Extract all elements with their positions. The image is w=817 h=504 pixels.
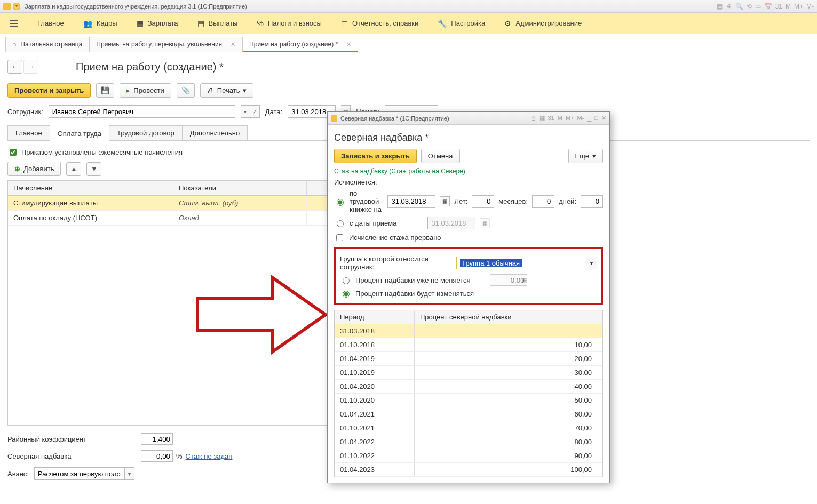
- employee-open-icon[interactable]: ↗: [250, 105, 260, 118]
- mgrid-row[interactable]: 01.04.202040,00: [335, 380, 602, 394]
- mgrid-row[interactable]: 01.04.201920,00: [335, 352, 602, 366]
- nav-back-button[interactable]: ←: [7, 60, 22, 74]
- tb-icon-print[interactable]: 🖨: [726, 3, 732, 10]
- tb-icon-refresh[interactable]: ⟲: [747, 3, 752, 10]
- avans-input[interactable]: [34, 467, 125, 480]
- add-button[interactable]: ⊕ Добавить: [7, 162, 61, 176]
- mgrid-cell-percent: [415, 324, 602, 338]
- mgrid-row[interactable]: 01.04.202280,00: [335, 435, 602, 449]
- tb-icon-date[interactable]: 31: [775, 3, 782, 10]
- subtab-main[interactable]: Главное: [7, 125, 50, 140]
- radio-trudovaya[interactable]: [337, 199, 344, 206]
- radio-pct-fixed[interactable]: [343, 277, 350, 284]
- radio-pct-changing[interactable]: [343, 291, 350, 298]
- avans-dropdown-icon[interactable]: ▾: [125, 467, 134, 480]
- tab-home[interactable]: ⌂Начальная страница: [5, 37, 89, 52]
- dlg-icon-close[interactable]: ✕: [601, 115, 606, 122]
- tab-close-icon[interactable]: ✕: [346, 41, 351, 48]
- grid-cell: Стимулирующие выплаты: [8, 196, 173, 210]
- dialog-titlebar: Северная надбавка * (1С:Предприятие) 🖨 ▦…: [328, 112, 609, 125]
- order-checkbox[interactable]: [10, 149, 17, 156]
- subtab-dogovor[interactable]: Трудовой договор: [109, 125, 183, 140]
- more-button[interactable]: Еще ▾: [568, 149, 603, 163]
- dlg-icon-print[interactable]: 🖨: [530, 115, 536, 122]
- post-and-close-button[interactable]: Провести и закрыть: [7, 83, 91, 98]
- mgrid-row[interactable]: 01.04.202160,00: [335, 407, 602, 421]
- mgrid-cell-percent: 50,00: [415, 394, 602, 407]
- dlg-icon-cal[interactable]: ▦: [540, 115, 545, 122]
- group-select[interactable]: Группа 1 обычная: [456, 257, 583, 269]
- mgrid-cell-percent: 80,00: [415, 435, 602, 449]
- employee-dropdown-icon[interactable]: ▾: [241, 105, 250, 118]
- attach-button[interactable]: 📎: [177, 83, 195, 98]
- highlighted-section: Группа к которой относится сотрудник: Гр…: [334, 247, 603, 305]
- dlg-icon-mminus[interactable]: M-: [577, 115, 584, 122]
- nav-forward-button[interactable]: →: [23, 60, 38, 74]
- menu-otchet[interactable]: ▥Отчетность, справки: [331, 13, 428, 34]
- tab-priemy[interactable]: Приемы на работу, переводы, увольнения✕: [89, 37, 242, 52]
- tb-icon-mminus[interactable]: M-: [806, 3, 814, 10]
- app-icon: [3, 3, 11, 10]
- employee-input[interactable]: [49, 105, 235, 118]
- mgrid-cell-percent: 40,00: [415, 380, 602, 393]
- subtab-dop[interactable]: Дополнительно: [182, 125, 248, 140]
- dlg-icon-min[interactable]: ▁: [587, 115, 591, 122]
- menu-main[interactable]: Главное: [28, 13, 74, 34]
- dlg-icon-max[interactable]: □: [594, 115, 598, 122]
- subtab-oplata[interactable]: Оплата труда: [50, 126, 109, 141]
- stazh-green-link[interactable]: Стаж на надбавку (Стаж работы на Севере): [334, 167, 603, 175]
- dlg-icon-m[interactable]: M: [558, 115, 562, 122]
- stazh-link[interactable]: Стаж не задан: [186, 452, 233, 460]
- rk-input[interactable]: [141, 433, 173, 445]
- tab-close-icon[interactable]: ✕: [231, 41, 235, 48]
- mgrid-row[interactable]: 01.10.202050,00: [335, 394, 602, 407]
- menu-vyplaty[interactable]: ▤Выплаты: [188, 13, 248, 34]
- tb-icon-calc[interactable]: ▭: [755, 3, 761, 10]
- tab-priem-create[interactable]: Прием на работу (создание) *✕: [242, 37, 358, 52]
- move-up-button[interactable]: ▲: [66, 162, 81, 176]
- print-button[interactable]: 🖨 Печать ▾: [200, 83, 254, 98]
- tb-icon-mplus[interactable]: M+: [794, 3, 803, 10]
- radio-pct-fixed-label: Процент надбавки уже не меняется: [355, 276, 471, 284]
- pct-calc-icon: ▦: [522, 277, 527, 284]
- interrupt-checkbox[interactable]: [336, 234, 343, 241]
- group-select-value: Группа 1 обычная: [460, 259, 522, 267]
- mgrid-cell-percent: 70,00: [415, 421, 602, 435]
- cancel-button[interactable]: Отмена: [421, 149, 460, 163]
- add-button-label: Добавить: [23, 165, 54, 173]
- mgrid-row[interactable]: 01.10.201930,00: [335, 366, 602, 380]
- menu-admin[interactable]: ⚙Администрирование: [495, 13, 591, 34]
- dlg-icon-date[interactable]: 31: [548, 115, 554, 122]
- radio-priem[interactable]: [337, 220, 344, 227]
- menu-zarplata[interactable]: ▦Зарплата: [127, 13, 188, 34]
- tb-icon-calendar[interactable]: 📅: [764, 3, 772, 10]
- mgrid-cell-date: 01.10.2019: [335, 366, 415, 379]
- page-toolbar: Провести и закрыть 💾 ▸Провести 📎 🖨 Печат…: [7, 83, 810, 98]
- mgrid-row[interactable]: 31.03.2018: [335, 324, 602, 338]
- menu-hamburger[interactable]: [0, 13, 28, 34]
- menu-nastroyka[interactable]: 🔧Настройка: [428, 13, 495, 34]
- menu-kadry[interactable]: 👥Кадры: [74, 13, 127, 34]
- tb-icon-1[interactable]: ▦: [717, 3, 723, 10]
- move-down-button[interactable]: ▼: [86, 162, 101, 176]
- post-button[interactable]: ▸Провести: [120, 83, 171, 98]
- save-close-button[interactable]: Записать и закрыть: [334, 149, 417, 163]
- group-dropdown-icon[interactable]: ▾: [586, 257, 597, 269]
- mgrid-cell-date: 01.04.2022: [335, 435, 415, 449]
- mgrid-row[interactable]: 01.10.201810,00: [335, 338, 602, 352]
- mgrid-row[interactable]: 01.10.202170,00: [335, 421, 602, 435]
- years-input[interactable]: [472, 195, 494, 208]
- mgrid-row[interactable]: 01.04.2023100,00: [335, 463, 602, 477]
- app-dropdown-icon[interactable]: ▾: [13, 3, 20, 10]
- sn-input[interactable]: [141, 450, 173, 462]
- trudovaya-date-input[interactable]: [387, 195, 435, 208]
- days-input[interactable]: [581, 195, 603, 208]
- mgrid-row[interactable]: 01.10.202290,00: [335, 449, 602, 463]
- tb-icon-m[interactable]: M: [786, 3, 791, 10]
- menu-nalogi[interactable]: %Налоги и взносы: [247, 13, 331, 34]
- dlg-icon-mplus[interactable]: M+: [566, 115, 574, 122]
- tb-icon-search[interactable]: 🔍: [735, 3, 743, 10]
- save-button[interactable]: 💾: [96, 83, 114, 98]
- cal-icon[interactable]: ▦: [440, 196, 450, 206]
- months-input[interactable]: [532, 195, 554, 208]
